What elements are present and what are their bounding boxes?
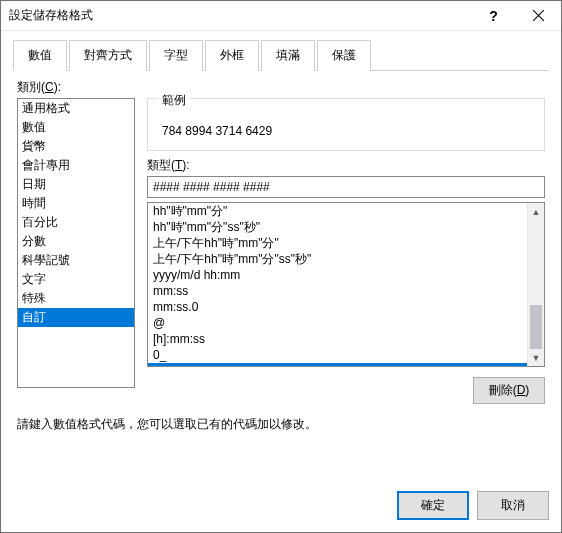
hint-text: 請鍵入數值格式代碼，您可以選取已有的代碼加以修改。 (17, 416, 545, 433)
scroll-thumb[interactable] (530, 305, 542, 349)
category-list[interactable]: 通用格式 數值 貨幣 會計專用 日期 時間 百分比 分數 科學記號 文字 特殊 … (17, 98, 135, 388)
tab-number[interactable]: 數值 (13, 40, 67, 71)
delete-button[interactable]: 刪除(D) (473, 377, 545, 404)
main-row: 通用格式 數值 貨幣 會計專用 日期 時間 百分比 分數 科學記號 文字 特殊 … (17, 98, 545, 404)
type-label-text: 類型 (147, 158, 171, 172)
list-item[interactable]: 上午/下午hh"時"mm"分" (148, 235, 527, 251)
type-list[interactable]: hh"時"mm"分" hh"時"mm"分"ss"秒" 上午/下午hh"時"mm"… (148, 203, 527, 366)
tab-fill[interactable]: 填滿 (261, 40, 315, 71)
list-item[interactable]: 百分比 (18, 213, 134, 232)
list-item[interactable]: 文字 (18, 270, 134, 289)
list-item[interactable]: hh"時"mm"分" (148, 203, 527, 219)
dialog-footer: 確定 取消 (1, 479, 561, 532)
delete-accel: D (517, 383, 526, 397)
list-item[interactable]: 上午/下午hh"時"mm"分"ss"秒" (148, 251, 527, 267)
spacer (17, 433, 545, 467)
scroll-down-icon[interactable]: ▼ (528, 349, 544, 366)
scrollbar[interactable]: ▲ ▼ (527, 203, 544, 366)
list-item[interactable]: mm:ss (148, 283, 527, 299)
list-item[interactable]: 通用格式 (18, 99, 134, 118)
tab-alignment[interactable]: 對齊方式 (69, 40, 147, 71)
type-label: 類型(T): (147, 157, 545, 174)
list-item[interactable]: [h]:mm:ss (148, 331, 527, 347)
sample-fieldset: 範例 784 8994 3714 6429 (147, 98, 545, 151)
list-item[interactable]: 數值 (18, 118, 134, 137)
list-item[interactable]: 科學記號 (18, 251, 134, 270)
list-item[interactable]: 特殊 (18, 289, 134, 308)
sample-value: 784 8994 3714 6429 (158, 122, 534, 140)
dialog-content: 數值 對齊方式 字型 外框 填滿 保護 類別(C): 通用格式 數值 貨幣 會計… (1, 31, 561, 479)
tab-strip: 數值 對齊方式 字型 外框 填滿 保護 (13, 39, 549, 71)
list-item[interactable]: yyyy/m/d hh:mm (148, 267, 527, 283)
format-cells-dialog: 設定儲存格格式 ? 數值 對齊方式 字型 外框 填滿 保護 類別(C): 通用格 (0, 0, 562, 533)
tab-font[interactable]: 字型 (149, 40, 203, 71)
list-item-selected[interactable]: #### #### #### #### (148, 363, 527, 366)
category-label-text: 類別 (17, 80, 41, 94)
list-item[interactable]: @ (148, 315, 527, 331)
tab-border[interactable]: 外框 (205, 40, 259, 71)
list-item[interactable]: mm:ss.0 (148, 299, 527, 315)
list-item[interactable]: 日期 (18, 175, 134, 194)
list-item[interactable]: hh"時"mm"分"ss"秒" (148, 219, 527, 235)
type-list-container: hh"時"mm"分" hh"時"mm"分"ss"秒" 上午/下午hh"時"mm"… (147, 202, 545, 367)
type-accel: T (175, 158, 182, 172)
dialog-title: 設定儲存格格式 (9, 7, 471, 24)
list-item[interactable]: 貨幣 (18, 137, 134, 156)
list-item[interactable]: 分數 (18, 232, 134, 251)
list-item-custom[interactable]: 自訂 (18, 308, 134, 327)
category-accel: C (45, 80, 54, 94)
right-column: 範例 784 8994 3714 6429 類型(T): hh"時"mm"分" … (147, 98, 545, 404)
tab-protection[interactable]: 保護 (317, 40, 371, 71)
cancel-button[interactable]: 取消 (477, 491, 549, 520)
help-icon[interactable]: ? (471, 1, 516, 30)
sample-legend: 範例 (158, 92, 190, 109)
close-icon[interactable] (516, 1, 561, 30)
titlebar: 設定儲存格格式 ? (1, 1, 561, 31)
category-label: 類別(C): (17, 79, 545, 96)
scroll-track[interactable] (528, 220, 544, 349)
delete-button-text: 刪除 (489, 383, 513, 397)
titlebar-controls: ? (471, 1, 561, 30)
list-item[interactable]: 時間 (18, 194, 134, 213)
scroll-up-icon[interactable]: ▲ (528, 203, 544, 220)
type-input[interactable] (147, 176, 545, 198)
category-column: 通用格式 數值 貨幣 會計專用 日期 時間 百分比 分數 科學記號 文字 特殊 … (17, 98, 135, 404)
delete-row: 刪除(D) (147, 377, 545, 404)
list-item[interactable]: 0_ (148, 347, 527, 363)
tab-body: 類別(C): 通用格式 數值 貨幣 會計專用 日期 時間 百分比 分數 科學記號… (13, 71, 549, 467)
ok-button[interactable]: 確定 (397, 491, 469, 520)
list-item[interactable]: 會計專用 (18, 156, 134, 175)
